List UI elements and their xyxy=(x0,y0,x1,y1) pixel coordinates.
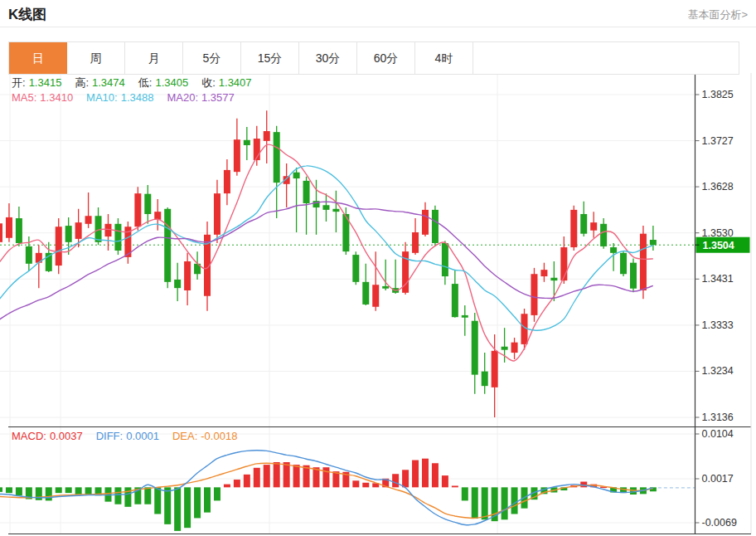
macd-label: MACD: xyxy=(12,430,46,442)
candle xyxy=(422,202,429,236)
high-label: 高: xyxy=(75,76,89,89)
candle xyxy=(0,217,2,250)
dea-value: -0.0018 xyxy=(201,430,237,442)
candle xyxy=(322,193,329,222)
price-tick-label: 1.3727 xyxy=(702,135,734,147)
candle xyxy=(392,260,399,294)
candle xyxy=(114,218,121,255)
low-label: 低: xyxy=(138,76,153,89)
candle xyxy=(432,206,439,246)
price-tick-label: 1.3530 xyxy=(702,227,734,239)
ma10-line xyxy=(0,166,653,330)
candle xyxy=(124,222,131,264)
price-tick-label: 1.3825 xyxy=(702,89,734,100)
candle xyxy=(412,218,419,255)
macd-tick-label: 0.0017 xyxy=(702,473,734,485)
candle xyxy=(284,163,290,207)
candle xyxy=(362,264,369,305)
low-value: 1.3405 xyxy=(155,76,188,89)
price-tick-label: 1.3136 xyxy=(702,412,734,423)
ma10-value: 1.3488 xyxy=(121,91,154,104)
tab-4hour[interactable]: 4时 xyxy=(415,42,473,74)
tab-day[interactable]: 日 xyxy=(9,42,67,74)
close-label: 收: xyxy=(201,76,216,89)
ma-info: MA5:1.3410MA10:1.3488MA20:1.3577 xyxy=(12,91,238,104)
candle xyxy=(313,180,319,235)
candle xyxy=(16,207,22,246)
candle xyxy=(342,207,349,255)
candle xyxy=(482,353,488,394)
price-tick-label: 1.3431 xyxy=(702,273,734,285)
current-price-tag: 1.3504 xyxy=(695,237,750,253)
candle xyxy=(590,212,597,238)
candle xyxy=(442,241,448,285)
current-price-value: 1.3504 xyxy=(703,240,734,251)
tab-week[interactable]: 周 xyxy=(67,42,125,74)
high-value: 1.3474 xyxy=(92,76,125,89)
close-value: 1.3407 xyxy=(219,76,252,89)
tab-30min[interactable]: 30分 xyxy=(299,42,357,74)
candle xyxy=(6,203,12,242)
ma5-line xyxy=(0,144,653,361)
candle xyxy=(154,199,161,231)
chart-gridlines xyxy=(0,73,695,534)
candle xyxy=(234,119,240,176)
candle xyxy=(472,313,478,394)
macd-tick-label: -0.0069 xyxy=(702,517,737,529)
tab-60min[interactable]: 60分 xyxy=(357,42,415,74)
candle xyxy=(144,185,151,224)
candle xyxy=(174,263,181,301)
ma10-label: MA10: xyxy=(86,91,118,104)
open-label: 开: xyxy=(12,76,26,89)
candle xyxy=(352,251,359,285)
candle xyxy=(462,305,468,336)
open-value: 1.3415 xyxy=(29,76,62,89)
macd-value: 0.0037 xyxy=(50,430,83,442)
price-tick-label: 1.3234 xyxy=(702,365,734,377)
candle xyxy=(452,270,458,318)
price-tick-label: 1.3628 xyxy=(702,181,734,192)
dea-label: DEA: xyxy=(172,430,197,442)
tab-15min[interactable]: 15分 xyxy=(241,42,299,74)
candle xyxy=(274,126,280,218)
candle xyxy=(184,253,191,305)
macd-tick-label: 0.0104 xyxy=(702,428,734,440)
candle xyxy=(293,168,300,232)
candle xyxy=(650,226,657,251)
diff-value: 0.0001 xyxy=(126,430,159,442)
macd-axis-labels: 0.01040.0017-0.0069 xyxy=(695,428,737,529)
candle xyxy=(164,207,171,288)
candle xyxy=(570,206,577,251)
candle xyxy=(332,191,339,232)
candle xyxy=(511,338,518,359)
macd-info: MACD:0.0037DIFF:0.0001DEA:-0.0018 xyxy=(12,430,240,442)
ma5-value: 1.3410 xyxy=(40,91,73,104)
candle xyxy=(640,226,647,299)
tab-5min[interactable]: 5分 xyxy=(183,42,241,74)
candle xyxy=(382,260,389,290)
tab-month[interactable]: 月 xyxy=(125,42,183,74)
period-tabbar: 日周月5分15分30分60分4时 xyxy=(8,41,739,75)
candle xyxy=(580,202,587,236)
candle xyxy=(254,126,260,166)
ohlc-info: 开:1.3415高:1.3474低:1.3405收:1.3407 xyxy=(12,76,255,90)
ma20-label: MA20: xyxy=(167,91,198,104)
candle xyxy=(134,187,141,231)
candle xyxy=(224,159,230,205)
price-axis-labels: 1.38251.37271.36281.35301.34311.33331.32… xyxy=(695,89,734,423)
ma20-value: 1.3577 xyxy=(201,91,235,104)
candle xyxy=(620,251,627,276)
candle xyxy=(244,127,250,160)
candle xyxy=(372,251,379,311)
candle xyxy=(531,268,537,322)
kline-page: K线图 基本面分析> 日周月5分15分30分60分4时 1.38251.3727… xyxy=(0,0,756,536)
price-tick-label: 1.3333 xyxy=(702,319,734,331)
candle xyxy=(214,180,220,243)
chart-frame xyxy=(8,73,751,534)
candle xyxy=(56,218,62,274)
diff-label: DIFF: xyxy=(96,430,124,442)
candle xyxy=(104,214,111,251)
candle xyxy=(630,259,637,293)
candle xyxy=(85,192,92,228)
ma5-label: MA5: xyxy=(12,91,36,104)
